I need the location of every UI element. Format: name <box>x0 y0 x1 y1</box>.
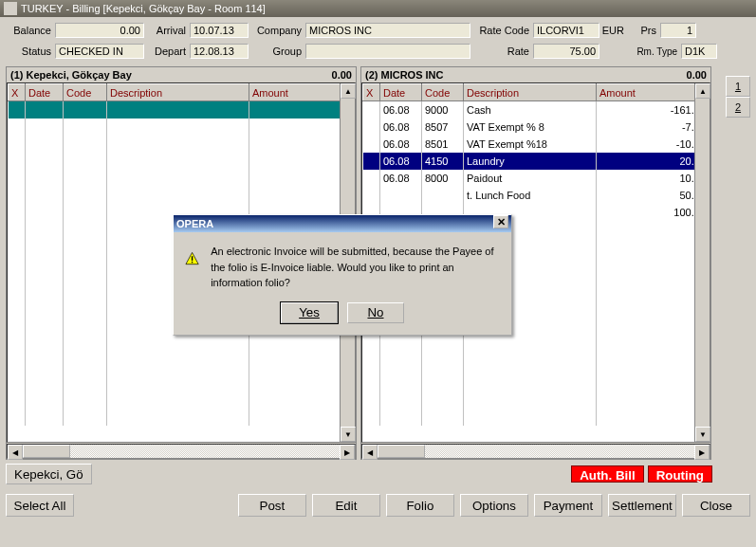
status-label: Status <box>8 46 55 57</box>
col-date[interactable]: Date <box>26 84 64 101</box>
arrival-value: 10.07.13 <box>190 23 249 38</box>
table-row[interactable]: 06.088501VAT Exempt %18-10.68 <box>363 136 710 153</box>
currency-label: EUR <box>599 25 628 36</box>
settlement-button[interactable]: Settlement <box>608 494 676 517</box>
folio-1-total: 0.00 <box>332 69 352 81</box>
yes-button[interactable]: Yes <box>281 302 338 323</box>
col-x[interactable]: X <box>9 84 26 101</box>
col-amt[interactable]: Amount <box>597 84 710 101</box>
scroll-left-icon[interactable]: ◀ <box>8 445 23 460</box>
svg-rect-2 <box>192 262 193 263</box>
table-row[interactable] <box>9 187 355 204</box>
group-label: Group <box>249 46 305 57</box>
auth-bill-button[interactable]: Auth. Bill <box>571 465 644 483</box>
rate-value: 75.00 <box>533 44 599 59</box>
balance-value: 0.00 <box>55 23 144 38</box>
table-row[interactable] <box>9 136 355 153</box>
select-all-button[interactable]: Select All <box>6 494 74 517</box>
folio-1-hscroll[interactable]: ◀ ▶ <box>7 444 356 459</box>
scroll-thumb[interactable] <box>378 445 425 458</box>
rmtype-label: Rm. Type <box>628 46 681 57</box>
options-button[interactable]: Options <box>460 494 528 517</box>
table-row[interactable]: 06.088000Paidout10.00 <box>363 170 710 187</box>
table-row[interactable] <box>363 374 710 392</box>
confirm-dialog: OPERA ✕ An electronic Invoice will be su… <box>173 214 512 336</box>
table-row[interactable] <box>9 153 355 170</box>
company-value: MICROS INC <box>305 23 470 38</box>
prs-value: 1 <box>660 23 696 38</box>
scroll-down-icon[interactable]: ▼ <box>341 427 356 442</box>
folio-2-total: 0.00 <box>687 69 707 81</box>
scroll-right-icon[interactable]: ▶ <box>340 445 355 460</box>
side-tab-2[interactable]: 2 <box>726 97 750 118</box>
arrival-label: Arrival <box>144 25 190 36</box>
table-row[interactable] <box>9 392 355 409</box>
scroll-left-icon[interactable]: ◀ <box>362 445 378 460</box>
dialog-close-icon[interactable]: ✕ <box>493 215 508 228</box>
folio-side-tabs: 1 2 <box>726 76 750 118</box>
window-title: TURKEY - Billing [Kepekci, Gökçay Bay - … <box>21 0 266 17</box>
edit-button[interactable]: Edit <box>312 494 380 517</box>
table-row[interactable]: 06.088507VAT Exempt % 8-7.41 <box>363 119 710 136</box>
ratecode-value: ILCORVI1 <box>533 23 599 38</box>
folio-2-hscroll[interactable]: ◀ ▶ <box>361 444 710 459</box>
col-code[interactable]: Code <box>64 84 107 101</box>
table-row[interactable]: 06.084150Laundry20.00 <box>363 153 710 170</box>
folio-2-title: (2) MICROS INC <box>365 69 444 81</box>
table-row[interactable] <box>363 357 710 374</box>
table-row[interactable] <box>9 374 355 392</box>
col-x[interactable]: X <box>363 84 380 101</box>
group-value <box>305 44 470 59</box>
scroll-thumb[interactable] <box>23 445 70 458</box>
scroll-up-icon[interactable]: ▲ <box>341 83 356 99</box>
company-label: Company <box>249 25 305 36</box>
payment-button[interactable]: Payment <box>534 494 602 517</box>
guest-info-panel: Balance 0.00 Arrival 10.07.13 Company MI… <box>0 17 756 66</box>
no-button[interactable]: No <box>347 302 404 323</box>
table-row[interactable] <box>9 119 355 136</box>
guest-tab[interactable]: Kepekci, Gö <box>6 464 92 484</box>
scroll-up-icon[interactable]: ▲ <box>695 83 710 99</box>
table-row[interactable]: 06.089000Cash-161.91 <box>363 101 710 119</box>
window-titlebar: TURKEY - Billing [Kepekci, Gökçay Bay - … <box>0 0 756 17</box>
balance-label: Balance <box>8 25 55 36</box>
table-row[interactable] <box>363 392 710 409</box>
depart-label: Depart <box>144 46 190 57</box>
table-row[interactable]: t. Lunch Food50.00 <box>363 187 710 204</box>
table-row[interactable] <box>9 101 355 119</box>
scroll-down-icon[interactable]: ▼ <box>695 427 710 442</box>
table-row[interactable] <box>9 340 355 357</box>
table-row[interactable] <box>9 409 355 426</box>
table-row[interactable] <box>363 409 710 426</box>
folio-1-title: (1) Kepekci, Gökçay Bay <box>10 69 132 81</box>
ratecode-label: Rate Code <box>470 25 533 36</box>
depart-value: 12.08.13 <box>190 44 249 59</box>
folio-2-vscroll[interactable]: ▲ ▼ <box>694 83 710 442</box>
rate-label: Rate <box>470 46 533 57</box>
post-button[interactable]: Post <box>238 494 306 517</box>
warning-icon <box>185 244 199 274</box>
svg-rect-1 <box>192 256 193 261</box>
scroll-right-icon[interactable]: ▶ <box>694 445 710 460</box>
col-desc[interactable]: Description <box>107 84 249 101</box>
col-desc[interactable]: Description <box>464 84 597 101</box>
col-date[interactable]: Date <box>380 84 422 101</box>
app-icon <box>4 2 17 15</box>
table-row[interactable] <box>363 340 710 357</box>
table-row[interactable] <box>9 170 355 187</box>
table-row[interactable] <box>9 357 355 374</box>
col-amt[interactable]: Amount <box>249 84 355 101</box>
folio-button[interactable]: Folio <box>386 494 454 517</box>
rmtype-value: D1K <box>681 44 717 59</box>
close-button[interactable]: Close <box>682 494 750 517</box>
routing-button[interactable]: Routing <box>648 465 712 483</box>
dialog-title: OPERA <box>176 215 213 232</box>
prs-label: Prs <box>628 25 660 36</box>
col-code[interactable]: Code <box>422 84 464 101</box>
side-tab-1[interactable]: 1 <box>726 76 750 97</box>
status-value: CHECKED IN <box>55 44 144 59</box>
dialog-message: An electronic Invoice will be submitted,… <box>211 244 500 291</box>
